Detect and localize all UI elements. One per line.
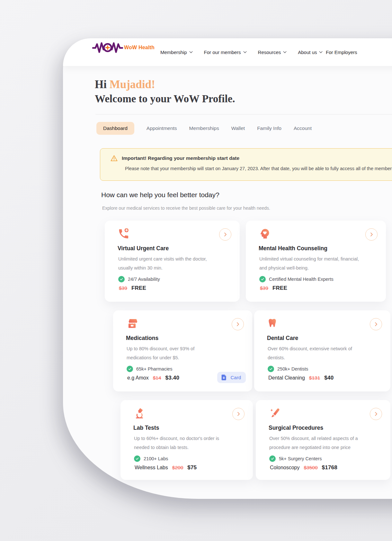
chevron-down-icon <box>189 51 193 53</box>
feature-text: 5k+ Surgery Centers <box>279 456 322 461</box>
scalpel-icon <box>269 407 281 419</box>
alert-title: Important! Regarding your membership sta… <box>122 155 239 161</box>
page-title: Welcome to your WoW Profile. <box>95 93 235 105</box>
page-canvas: WoW Health Membership For our members Re… <box>0 0 392 541</box>
old-price: $200 <box>172 465 183 471</box>
profile-tabs: Dashboard Appointments Memberships Walle… <box>96 121 312 135</box>
greeting-line: Hi Mujadid! <box>95 78 155 91</box>
tab-family-info[interactable]: Family Info <box>257 125 281 131</box>
chevron-right-icon <box>223 232 227 237</box>
service-feature: 24/7 Availability <box>118 276 160 282</box>
price-row: $39 FREE <box>119 285 146 291</box>
check-icon <box>127 366 133 372</box>
membership-alert-banner: Important! Regarding your membership sta… <box>100 148 392 181</box>
greeting-hi: Hi <box>95 78 107 91</box>
service-card-virtual-urgent-care: Virtual Urgent Care Unlimited urgent car… <box>105 221 240 302</box>
service-card-dental-care: Dental Care Over 60% discount, extensive… <box>254 310 390 391</box>
price: $75 <box>187 464 197 471</box>
open-medications-button[interactable] <box>232 318 244 330</box>
check-icon <box>259 276 266 282</box>
feature-text: Certified Mental Health Experts <box>269 277 334 282</box>
price: $1768 <box>322 464 337 471</box>
price-example: e.g Amox <box>127 375 149 381</box>
price: FREE <box>272 285 287 291</box>
price-example: Wellness Labs <box>135 465 168 471</box>
service-title: Virtual Urgent Care <box>118 245 169 252</box>
service-feature: Certified Mental Health Experts <box>259 276 334 282</box>
chevron-right-icon <box>236 412 241 416</box>
tab-appointments[interactable]: Appointments <box>147 125 177 131</box>
open-dental-care-button[interactable] <box>370 318 382 330</box>
main-nav: Membership For our members Resources Abo… <box>160 38 323 66</box>
service-description: Up to 80% discount, over 93% of medicati… <box>127 344 194 362</box>
price-row: e.g Amox $14 $3.40 <box>127 375 179 381</box>
feature-text: 24/7 Availability <box>128 277 160 282</box>
price: FREE <box>131 285 146 291</box>
open-virtual-urgent-care-button[interactable] <box>219 228 231 241</box>
alert-body: Please note that your membership will st… <box>125 166 392 171</box>
service-card-surgical-procedures: Surgical Procedures Over 50% discount, a… <box>256 400 390 480</box>
price-example: Dental Cleaning <box>268 375 305 381</box>
greeting-username: Mujadid! <box>110 78 155 91</box>
card-button-label: Card <box>230 375 241 380</box>
price-row: Wellness Labs $200 $75 <box>135 464 197 471</box>
feature-text: 2100+ Labs <box>144 456 168 461</box>
old-price: $39 <box>260 285 268 291</box>
price-row: Colonoscopy $3500 $1768 <box>270 464 337 471</box>
service-description: Over 50% discount, all related aspects o… <box>269 434 358 452</box>
nav-item-for-employers[interactable]: For Employers <box>326 38 357 66</box>
tab-account[interactable]: Account <box>294 125 312 131</box>
price: $3.40 <box>165 375 180 381</box>
pharmacy-icon <box>126 317 138 330</box>
service-description: Up to 60%+ discount, no doctor's order i… <box>134 434 219 452</box>
old-price: $3500 <box>304 465 318 471</box>
service-title: Surgical Procedures <box>269 425 323 431</box>
nav-label: For our members <box>204 50 241 55</box>
feature-text: 250k+ Dentists <box>277 366 308 371</box>
service-feature: 65k+ Pharmacies <box>127 366 172 372</box>
service-feature: 250k+ Dentists <box>268 366 308 372</box>
tab-dashboard[interactable]: Dashboard <box>96 122 134 135</box>
nav-item-resources[interactable]: Resources <box>258 50 287 55</box>
service-title: Lab Tests <box>133 425 159 431</box>
pharmacy-card-button[interactable]: Card <box>217 372 246 383</box>
tab-memberships[interactable]: Memberships <box>189 125 219 131</box>
service-card-lab-tests: Lab Tests Up to 60%+ discount, no doctor… <box>120 400 253 480</box>
nav-label: Membership <box>160 50 187 55</box>
nav-item-for-our-members[interactable]: For our members <box>204 50 247 55</box>
tooth-icon <box>267 317 279 330</box>
warning-icon <box>111 155 118 161</box>
price: $40 <box>324 375 334 381</box>
service-description: Over 60% discount, extensive network of … <box>268 344 352 362</box>
service-description: Unlimited urgent care visits with the do… <box>118 255 207 272</box>
phone-plus-icon <box>118 228 130 240</box>
section-subtitle: Explore our medical services to receive … <box>102 206 270 211</box>
old-price: $39 <box>119 285 127 291</box>
chevron-right-icon <box>374 322 378 326</box>
brand-name[interactable]: WoW Health <box>124 45 155 50</box>
nav-item-membership[interactable]: Membership <box>160 50 193 55</box>
check-icon <box>268 366 274 372</box>
microscope-icon <box>133 407 146 419</box>
chevron-down-icon <box>319 51 323 53</box>
chevron-down-icon <box>243 51 247 53</box>
nav-item-about-us[interactable]: About us <box>298 50 323 55</box>
open-lab-tests-button[interactable] <box>232 408 245 420</box>
feature-text: 65k+ Pharmacies <box>136 366 172 371</box>
price-row: $39 FREE <box>260 285 287 291</box>
old-price: $131 <box>309 375 320 381</box>
divider <box>95 114 392 115</box>
open-surgical-procedures-button[interactable] <box>370 408 382 420</box>
tab-wallet[interactable]: Wallet <box>231 125 245 131</box>
head-heart-icon <box>259 228 271 240</box>
check-icon <box>269 455 276 462</box>
check-icon <box>134 455 140 462</box>
service-feature: 5k+ Surgery Centers <box>269 455 322 462</box>
open-mental-health-button[interactable] <box>365 228 378 241</box>
pulse-logo-icon <box>92 40 123 55</box>
wow-health-logo[interactable] <box>92 40 123 57</box>
service-card-medications: Medications Up to 80% discount, over 93%… <box>113 310 252 391</box>
nav-label: Resources <box>258 50 281 55</box>
old-price: $14 <box>153 375 161 381</box>
price-example: Colonoscopy <box>270 465 300 471</box>
